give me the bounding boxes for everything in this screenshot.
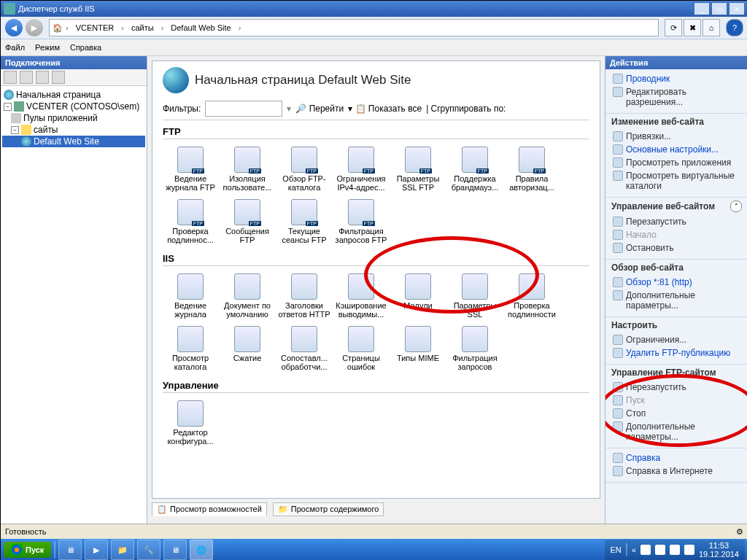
filter-input[interactable]: [205, 101, 282, 117]
breadcrumb-item[interactable]: Default Web Site: [166, 22, 235, 34]
feature-item[interactable]: Просмотр каталога: [163, 323, 218, 374]
save-icon[interactable]: [20, 71, 33, 84]
action-edit-permissions[interactable]: Редактировать разрешения...: [611, 85, 742, 109]
feature-item[interactable]: Ведение журнала: [163, 271, 218, 322]
feature-icon: FTP: [462, 147, 488, 173]
tab-content-view[interactable]: 📁 Просмотр содержимого: [273, 502, 384, 516]
action-adv-params-ftp[interactable]: Дополнительные параметры...: [611, 420, 742, 443]
maximize-button[interactable]: ▭: [711, 2, 727, 15]
home-icon[interactable]: ⌂: [703, 19, 720, 36]
feature-item[interactable]: FTPФильтрация запросов FTP: [333, 196, 389, 247]
feature-item[interactable]: Типы MIME: [390, 323, 446, 374]
go-button[interactable]: 🔎 Перейти: [295, 104, 344, 114]
taskbar-item[interactable]: ▶: [85, 540, 108, 560]
feature-item[interactable]: FTPПараметры SSL FTP: [390, 144, 446, 195]
feature-label: Ведение журнала FTP: [164, 174, 217, 192]
action-basic-settings[interactable]: Основные настройки...: [611, 143, 742, 156]
action-remove-ftp[interactable]: Удалить FTP-публикацию: [611, 346, 742, 359]
action-explorer[interactable]: Проводник: [611, 72, 742, 85]
feature-item[interactable]: Модули: [390, 271, 446, 322]
language-indicator[interactable]: EN: [611, 545, 622, 554]
refresh-tree-icon[interactable]: [36, 71, 49, 84]
feature-item[interactable]: FTPИзоляция пользовате...: [220, 144, 275, 195]
feature-item[interactable]: FTPСообщения FTP: [220, 196, 275, 247]
action-view-apps[interactable]: Просмотреть приложения: [611, 156, 742, 169]
tree-sites[interactable]: − сайты: [2, 124, 145, 136]
management-icon-grid: Редактор конфигура...: [163, 397, 589, 448]
stop-icon[interactable]: ✖: [684, 19, 701, 36]
feature-item[interactable]: Кэширование выводимы...: [333, 271, 389, 322]
tray-icon[interactable]: [684, 545, 694, 555]
tray-icon[interactable]: [670, 545, 680, 555]
taskbar-item[interactable]: 🖥: [163, 540, 187, 560]
menu-help[interactable]: Справка: [70, 43, 101, 52]
breadcrumb-item[interactable]: сайты: [127, 22, 158, 34]
action-stop-ftp[interactable]: Стоп: [611, 407, 742, 420]
connect-icon[interactable]: [4, 71, 17, 84]
breadcrumb-item[interactable]: VCENTER: [71, 22, 119, 34]
tray-icon[interactable]: [640, 545, 651, 555]
tab-features-view[interactable]: 📋 Просмотр возможностей: [152, 502, 267, 516]
feature-item[interactable]: FTPОграничения IPv4-адрес...: [333, 144, 389, 195]
back-button[interactable]: ◄: [5, 19, 23, 36]
action-restart-web[interactable]: Перезапустить: [611, 215, 742, 228]
menu-file[interactable]: Файл: [5, 43, 25, 52]
start-button[interactable]: Пуск: [4, 542, 51, 558]
help-icon[interactable]: ?: [726, 19, 743, 36]
refresh-icon[interactable]: ⟳: [665, 19, 682, 36]
app-pools-icon: [11, 113, 21, 123]
collapse-icon[interactable]: ˄: [730, 201, 742, 212]
tray-icon[interactable]: [655, 545, 665, 555]
tree-default-web-site[interactable]: Default Web Site: [2, 136, 145, 147]
action-limits[interactable]: Ограничения...: [611, 333, 742, 346]
feature-item[interactable]: Сопоставл... обработчи...: [276, 323, 332, 374]
feature-item[interactable]: FTPПоддержка брандмауэ...: [447, 144, 503, 195]
feature-item[interactable]: Заголовки ответов HTTP: [276, 271, 332, 322]
home-icon[interactable]: 🏠: [53, 23, 63, 33]
taskbar-item[interactable]: 🔧: [137, 540, 160, 560]
close-button[interactable]: ✕: [729, 2, 745, 15]
remove-icon[interactable]: [52, 71, 65, 84]
taskbar-item[interactable]: 🖥: [58, 540, 82, 560]
action-view-vdirs[interactable]: Просмотреть виртуальные каталоги: [611, 169, 742, 192]
feature-item[interactable]: FTPПроверка подлиннос...: [163, 196, 218, 247]
forward-button[interactable]: ►: [26, 19, 43, 36]
action-stop-web[interactable]: Остановить: [611, 241, 742, 254]
action-help[interactable]: Справка: [611, 451, 742, 464]
feature-item[interactable]: Сжатие: [220, 323, 275, 374]
tree-app-pools[interactable]: Пулы приложений: [2, 112, 145, 124]
section-configure: Настроить: [611, 320, 742, 330]
feature-item[interactable]: Проверка подлинности: [504, 271, 560, 322]
collapse-icon[interactable]: −: [11, 126, 19, 134]
tree-server[interactable]: − VCENTER (CONTOSO\sem): [2, 101, 145, 112]
action-adv-params[interactable]: Дополнительные параметры...: [611, 289, 742, 312]
clock[interactable]: 11:53 19.12.2014: [699, 541, 739, 559]
menu-mode[interactable]: Режим: [35, 43, 60, 52]
action-restart-ftp[interactable]: Перезапустить: [611, 381, 742, 394]
feature-item[interactable]: FTPТекущие сеансы FTP: [276, 196, 332, 247]
minimize-button[interactable]: _: [694, 2, 710, 15]
tree-start-page[interactable]: Начальная страница: [2, 89, 145, 101]
action-bindings[interactable]: Привязки...: [611, 130, 742, 143]
feature-item[interactable]: FTPОбзор FTP-каталога: [276, 144, 332, 195]
tray-arrow-icon[interactable]: «: [632, 545, 636, 554]
feature-item[interactable]: FTPПравила авторизац...: [504, 144, 560, 195]
feature-item[interactable]: Параметры SSL: [447, 271, 503, 322]
taskbar-item-iis[interactable]: 🌐: [190, 540, 213, 560]
feature-item[interactable]: Документ по умолчанию: [220, 271, 275, 322]
feature-label: Ограничения IPv4-адрес...: [335, 174, 387, 192]
taskbar-item[interactable]: 📁: [111, 540, 134, 560]
action-browse-http[interactable]: Обзор *:81 (http): [611, 276, 742, 289]
show-all-link[interactable]: Показать все: [368, 104, 422, 114]
breadcrumb[interactable]: 🏠› VCENTER› сайты› Default Web Site›: [49, 19, 659, 36]
feature-item[interactable]: Редактор конфигура...: [163, 397, 218, 448]
feature-item[interactable]: Страницы ошибок: [333, 323, 389, 374]
filters-label: Фильтры:: [163, 104, 201, 114]
feature-item[interactable]: FTPВедение журнала FTP: [163, 144, 218, 195]
feature-label: Редактор конфигура...: [164, 428, 217, 446]
system-tray: EN « 11:53 19.12.2014: [605, 540, 745, 560]
feature-label: Сжатие: [233, 354, 262, 362]
collapse-icon[interactable]: −: [4, 103, 12, 111]
action-help-online[interactable]: Справка в Интернете: [611, 464, 742, 478]
feature-item[interactable]: Фильтрация запросов: [447, 323, 503, 374]
